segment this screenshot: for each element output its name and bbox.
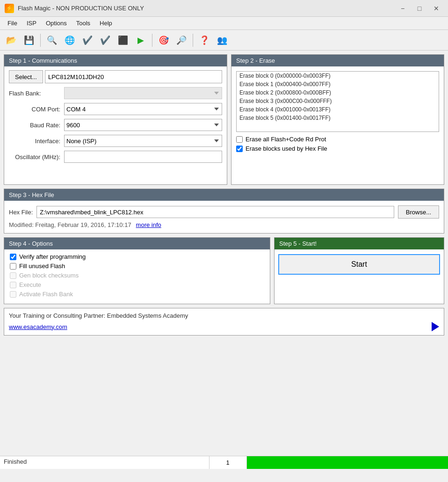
step1-panel: Step 1 - Communications Select... LPC812… [4,54,227,185]
erase-blocks-used-row: Erase blocks used by Hex File [236,145,439,152]
options-body: Verify after programming Fill unused Fla… [4,249,270,304]
footer-section: Your Training or Consulting Partner: Emb… [4,308,444,336]
option-activate-label: Activate Flash Bank [19,291,73,298]
footer-partner-text: Your Training or Consulting Partner: Emb… [9,312,439,319]
window-controls: − □ ✕ [396,3,443,14]
interface-select-wrapper: None (ISP) [64,135,222,147]
step2-panel: Step 2 - Erase Erase block 0 (0x000000-0… [231,54,444,185]
menu-options[interactable]: Options [41,18,72,29]
close-button[interactable]: ✕ [429,3,443,14]
hex-file-input[interactable] [36,206,394,218]
option-checksums-row: Gen block checksums [10,272,264,279]
users-button[interactable]: 👥 [214,32,231,48]
hex-file-label: Hex File: [9,209,33,216]
step4-header: Step 4 - Options [4,238,270,249]
menu-bar: File ISP Options Tools Help [0,17,448,30]
steps-4-5-row: Step 4 - Options Verify after programmin… [4,237,444,304]
option-fill-label[interactable]: Fill unused Flash [19,263,65,270]
footer-play-icon[interactable] [432,322,439,331]
option-fill-checkbox[interactable] [10,263,16,270]
erase-block-4: Erase block 4 (0x001000-0x0013FF) [237,105,439,114]
menu-help[interactable]: Help [95,18,117,29]
app-icon: ⚡ [5,4,14,13]
com-port-row: COM Port: COM 4 [9,103,222,115]
device-row: Select... LPC812M101JDH20 [9,70,222,83]
interface-select[interactable]: None (ISP) [64,135,222,147]
toolbar: 📂 💾 🔍 🌐 ✔️ ✔️ ⬛ ▶ 🎯 🔎 ❓ 👥 [0,30,448,51]
oscillator-label: Oscillator (MHz): [9,153,60,161]
option-fill-row: Fill unused Flash [10,263,264,270]
erase-block-5: Erase block 5 (0x001400-0x0017FF) [237,114,439,122]
option-verify-label[interactable]: Verify after programming [19,253,86,260]
step4-panel: Step 4 - Options Verify after programmin… [4,237,270,304]
menu-file[interactable]: File [3,18,22,29]
more-info-link[interactable]: more info [136,221,161,228]
step1-body: Select... LPC812M101JDH20 Flash Bank: CO… [4,66,227,184]
target-button[interactable]: 🎯 [155,32,172,48]
minimize-button[interactable]: − [396,3,410,14]
baud-rate-select-wrapper: 9600 [64,119,222,131]
baud-rate-select[interactable]: 9600 [64,119,222,131]
erase-blocks-used-checkbox[interactable] [236,146,243,152]
option-execute-row: Execute [10,281,264,288]
option-checksums-checkbox [10,272,16,279]
hex-file-row: Hex File: Browse... [4,201,444,220]
title-bar: ⚡ Flash Magic - NON PRODUCTION USE ONLY … [0,0,448,17]
start-button[interactable]: Start [278,254,440,275]
option-checksums-label: Gen block checksums [19,272,79,279]
status-text: Finished [0,456,210,469]
erase-block-list[interactable]: Erase block 0 (0x000000-0x0003FF) Erase … [236,71,439,132]
footer-link[interactable]: www.esacademy.com [9,323,67,330]
erase-all-flash-row: Erase all Flash+Code Rd Prot [236,136,439,143]
toolbar-separator-2 [152,34,152,47]
oscillator-row: Oscillator (MHz): [9,151,222,163]
verify-button[interactable]: ✔️ [97,32,114,48]
option-execute-label: Execute [19,281,41,288]
search-button[interactable]: 🔍 [43,32,60,48]
steps-1-2-row: Step 1 - Communications Select... LPC812… [4,54,444,185]
status-page-number: 1 [210,456,247,469]
erase-all-label[interactable]: Erase all Flash+Code Rd Prot [246,136,326,143]
browse-button[interactable]: Browse... [398,205,439,219]
step5-header: Step 5 - Start! [275,238,444,249]
step2-body: Erase block 0 (0x000000-0x0003FF) Erase … [231,66,444,159]
save-button[interactable]: 💾 [21,32,37,48]
hex-modified-text: Modified: Freitag, Februar 19, 2016, 17:… [9,221,131,228]
zoom-button[interactable]: 🔎 [173,32,190,48]
erase-all-checkbox[interactable] [236,136,243,143]
com-port-select[interactable]: COM 4 [64,103,222,115]
interface-label: Interface: [9,138,60,145]
erase-blocks-used-label[interactable]: Erase blocks used by Hex File [246,145,327,152]
option-verify-checkbox[interactable] [10,254,16,260]
flash-bank-row: Flash Bank: [9,87,222,99]
step3-header: Step 3 - Hex File [4,189,444,201]
toolbar-separator-3 [193,34,193,47]
device-name-field: LPC812M101JDH20 [45,70,222,83]
baud-rate-label: Baud Rate: [9,122,60,129]
step5-panel: Step 5 - Start! Start [274,237,444,304]
menu-isp[interactable]: ISP [22,18,41,29]
oscillator-input[interactable] [64,151,222,163]
globe-button[interactable]: 🌐 [61,32,78,48]
title-bar-text: Flash Magic - NON PRODUCTION USE ONLY [18,5,396,12]
block-button[interactable]: ⬛ [115,32,131,48]
option-verify-row: Verify after programming [10,253,264,260]
erase-block-1: Erase block 1 (0x000400-0x0007FF) [237,80,439,88]
com-port-select-wrapper: COM 4 [64,103,222,115]
check-button[interactable]: ✔️ [79,32,96,48]
step2-header: Step 2 - Erase [231,55,444,66]
run-button[interactable]: ▶ [132,32,149,48]
main-content: Step 1 - Communications Select... LPC812… [0,51,448,469]
select-button[interactable]: Select... [9,70,43,83]
hex-modified-row: Modified: Freitag, Februar 19, 2016, 17:… [4,220,444,233]
menu-tools[interactable]: Tools [72,18,95,29]
baud-rate-row: Baud Rate: 9600 [9,119,222,131]
erase-block-2: Erase block 2 (0x000800-0x000BFF) [237,88,439,97]
option-execute-checkbox [10,282,16,288]
open-button[interactable]: 📂 [3,32,20,48]
maximize-button[interactable]: □ [412,3,426,14]
step1-header: Step 1 - Communications [4,55,227,66]
flash-bank-select[interactable] [64,87,222,99]
toolbar-separator-1 [40,34,41,47]
help-button[interactable]: ❓ [196,32,213,48]
